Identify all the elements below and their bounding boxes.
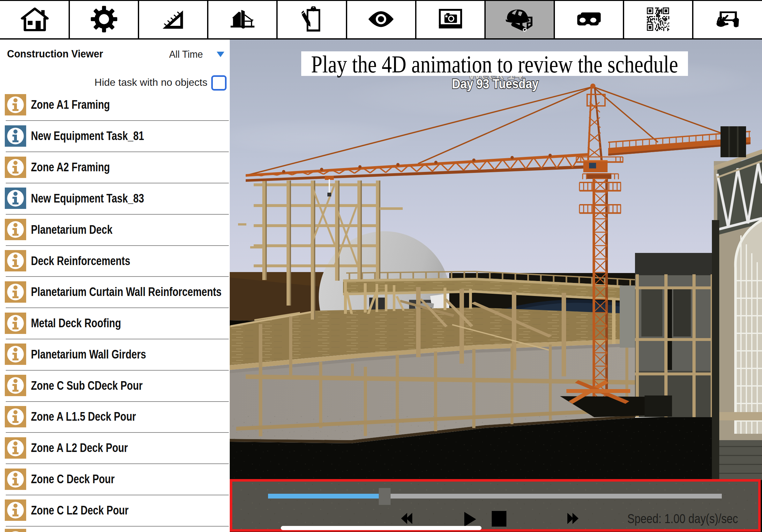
svg-text:Day 93 Tuesday: Day 93 Tuesday [452,76,539,91]
svg-text:Play the 4D animation to revie: Play the 4D animation to review the sche… [311,51,678,78]
svg-text:Speed: 1.00 day(s)/sec: Speed: 1.00 day(s)/sec [627,511,738,526]
